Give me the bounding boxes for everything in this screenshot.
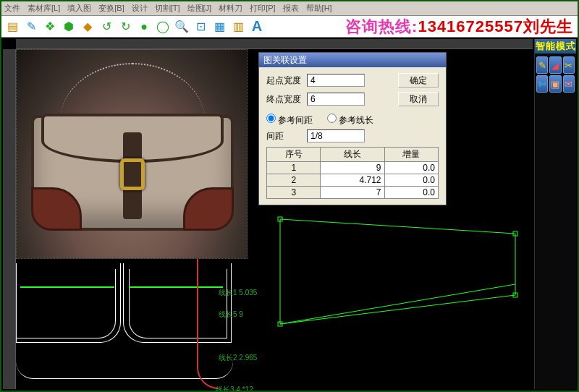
dialog-table: 序号 线长 增量 1 9 0.0 2 4.712 0.0 — [266, 147, 439, 199]
length-annotation: 线长1 5.035 — [219, 288, 257, 298]
col-index: 序号 — [267, 148, 321, 162]
hotline-name: 刘先生 — [523, 17, 573, 35]
undo-icon[interactable]: ↺ — [98, 19, 114, 35]
ok-button[interactable]: 确定 — [398, 73, 439, 88]
radio-ref-distance[interactable]: 参考间距 — [266, 115, 313, 125]
menu-transform[interactable]: 变换[B] — [98, 3, 124, 14]
grid-icon[interactable]: ▥ — [230, 19, 246, 35]
reference-image — [16, 49, 248, 259]
open-icon[interactable]: ✎ — [23, 19, 39, 35]
start-width-label: 起点宽度 — [266, 74, 307, 87]
hotline-number: 13416725557 — [418, 17, 523, 35]
layer-icon[interactable]: ▦ — [211, 19, 227, 35]
triangle-icon[interactable]: ◢ — [549, 56, 561, 74]
menu-knife[interactable]: 材料刀 — [219, 3, 242, 14]
text-icon[interactable]: A — [249, 19, 265, 35]
pencil-icon[interactable]: ✎ — [536, 56, 548, 74]
menu-material[interactable]: 素材库[L] — [28, 3, 60, 14]
new-icon[interactable]: ▤ — [4, 19, 20, 35]
ring-icon[interactable]: ◯ — [155, 19, 171, 35]
menu-fill[interactable]: 填入图 — [67, 3, 91, 14]
menu-file[interactable]: 文件 — [4, 3, 20, 14]
ruler-vertical — [3, 49, 16, 389]
green-guide[interactable] — [20, 286, 114, 288]
menu-cut[interactable]: 切割[T] — [155, 3, 180, 14]
gap-label: 间距 — [266, 130, 307, 142]
bag-body — [31, 115, 234, 231]
gap-input[interactable] — [307, 129, 365, 142]
hotline-text: 咨询热线:13416725557刘先生 — [345, 16, 573, 38]
import-icon[interactable]: ⬢ — [61, 19, 77, 35]
start-width-input[interactable] — [307, 74, 365, 87]
fit-icon[interactable]: ⊡ — [193, 19, 208, 35]
length-annotation: 线长5 9 — [219, 310, 243, 320]
col-increment: 增量 — [384, 148, 438, 162]
link-settings-dialog: 图关联设置 起点宽度 确定 终点宽度 取消 参考间距 参考线长 间距 — [258, 52, 447, 205]
menu-draw[interactable]: 绘图[J] — [187, 3, 212, 14]
bag-chain — [60, 63, 205, 121]
table-row: 1 9 0.0 — [267, 162, 439, 174]
hotline-label: 咨询热线: — [345, 17, 418, 35]
menu-print[interactable]: 打印[P] — [250, 3, 275, 14]
canvas[interactable]: 图关联设置 起点宽度 确定 终点宽度 取消 参考间距 参考线长 间距 — [16, 49, 533, 389]
circle-icon[interactable]: ● — [136, 19, 152, 35]
radio-ref-length[interactable]: 参考线长 — [327, 115, 373, 125]
table-row: 3 7 0.0 — [267, 187, 439, 199]
red-curve[interactable] — [197, 259, 219, 389]
toolbar: ▤ ✎ ❖ ⬢ ◆ ↺ ↻ ● ◯ 🔍 ⊡ ▦ ▥ A 咨询热线:1341672… — [1, 16, 578, 38]
dxf-icon[interactable]: ◆ — [80, 19, 96, 35]
table-row: 2 4.712 0.0 — [267, 174, 439, 187]
length-annotation: 线长3 4 *12 — [216, 385, 253, 392]
zoom-icon[interactable]: 🔍 — [174, 19, 190, 35]
pattern-line[interactable] — [16, 269, 116, 338]
side-panel-title: 智 能 模 式 — [535, 39, 576, 54]
length-annotation: 线长2 2.965 — [219, 353, 257, 363]
envelope-icon[interactable]: ✉ — [563, 75, 575, 93]
side-panel: 智 能 模 式 ✎ ◢ ✂ ✄ ▣ ✉ — [534, 39, 576, 389]
ruler-horizontal — [16, 39, 533, 49]
scissors-icon[interactable]: ✄ — [536, 75, 548, 93]
workspace: 智 能 模 式 ✎ ◢ ✂ ✄ ▣ ✉ 图关联设置 — [3, 39, 576, 389]
menu-report[interactable]: 报表 — [283, 3, 299, 14]
end-width-label: 终点宽度 — [266, 93, 307, 106]
bag-corner-left — [31, 187, 82, 231]
bag-buckle — [120, 158, 145, 190]
bag-corner-right — [183, 187, 234, 231]
menu-design[interactable]: 设计 — [132, 3, 148, 14]
cancel-button[interactable]: 取消 — [398, 92, 439, 106]
menu-help[interactable]: 帮助[H] — [306, 3, 332, 14]
end-width-input[interactable] — [307, 93, 365, 106]
col-length: 线长 — [321, 148, 384, 162]
redo-icon[interactable]: ↻ — [117, 19, 133, 35]
menu-bar: 文件 素材库[L] 填入图 变换[B] 设计 切割[T] 绘图[J] 材料刀 打… — [1, 1, 578, 16]
right-pattern-shape[interactable] — [276, 216, 523, 331]
compass-icon[interactable]: ✂ — [563, 56, 575, 74]
dialog-title: 图关联设置 — [259, 53, 446, 67]
save-icon[interactable]: ❖ — [42, 19, 58, 35]
box-icon[interactable]: ▣ — [549, 75, 561, 93]
